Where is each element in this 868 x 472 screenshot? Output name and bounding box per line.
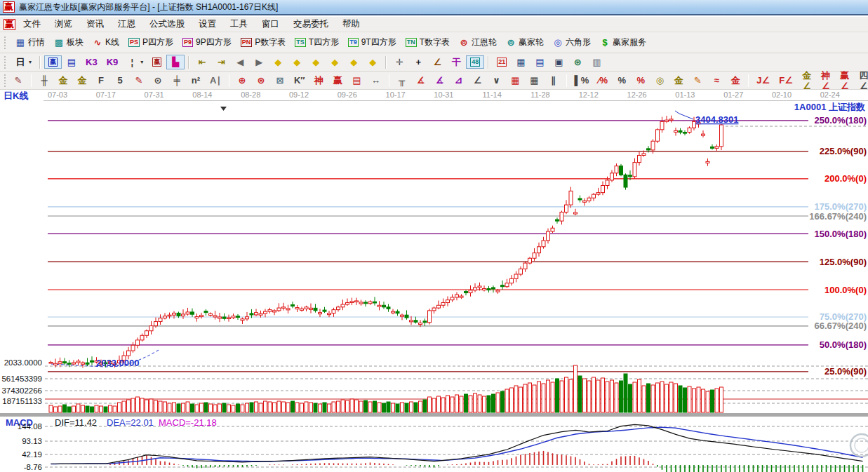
line-percent-button[interactable]: % xyxy=(632,73,650,88)
last-page-button[interactable]: ⇥ xyxy=(212,55,230,69)
hexagon-button[interactable]: ◎六角形 xyxy=(549,34,595,50)
gann-shift-left-button[interactable]: ◆ xyxy=(269,55,287,69)
next-page-button[interactable]: ▶ xyxy=(250,55,268,69)
parallel-icon: ∥ xyxy=(549,75,559,86)
gold-grid-b-button[interactable]: 金 xyxy=(73,73,91,88)
9p-square-button[interactable]: P99P四方形 xyxy=(178,34,236,50)
gann-wheel-button[interactable]: ⊚江恩轮 xyxy=(455,34,501,50)
candle-style-button[interactable]: ¦▾ xyxy=(123,55,147,69)
percent-chart-button[interactable]: ▌% xyxy=(570,73,594,88)
purple-fan-box-button[interactable]: ⊿ xyxy=(450,73,468,88)
pen-ruler-button[interactable]: ✎ xyxy=(130,73,148,88)
pane-splitter[interactable] xyxy=(0,413,868,417)
chart-canvas[interactable]: MACDDIF=11.42DEA=22.01MACD=-21.18144.089… xyxy=(0,90,868,472)
gann-center-button[interactable]: ◆ xyxy=(345,55,363,69)
shen-grid-button[interactable]: 神 xyxy=(310,73,328,88)
gann-compress-button[interactable]: ◆ xyxy=(326,55,344,69)
kline-chart[interactable]: MACDDIF=11.42DEA=22.01MACD=-21.18144.089… xyxy=(0,90,868,472)
red-web-button[interactable]: ⊛ xyxy=(252,73,270,88)
f10-info-button[interactable]: ▤ xyxy=(62,55,81,69)
menu-item-browse[interactable]: 浏览 xyxy=(48,17,79,32)
gold-lines-button[interactable]: 金 xyxy=(669,73,688,88)
v-wave-button[interactable]: ∨ xyxy=(488,73,506,88)
k-count-button[interactable]: K″ xyxy=(290,73,309,88)
period-selector[interactable]: 日▾ xyxy=(11,55,36,69)
winner-wheel-button[interactable]: ⊚赢家轮 xyxy=(502,34,548,50)
menu-item-window[interactable]: 窗口 xyxy=(255,17,286,32)
macd-axis-label: 93.13 xyxy=(22,437,42,445)
drag-hand-button[interactable]: ✛ xyxy=(390,55,408,69)
winner-overview-button[interactable]: 赢 xyxy=(44,55,62,69)
menu-item-news[interactable]: 资讯 xyxy=(80,17,110,32)
five-grid-button[interactable]: 5 xyxy=(111,73,129,88)
first-page-button[interactable]: ⇤ xyxy=(193,55,211,69)
menu-item-file[interactable]: 文件 xyxy=(17,17,47,32)
kline-3-button[interactable]: K3 xyxy=(81,55,102,69)
save-button[interactable]: ▣ xyxy=(549,55,568,69)
t-digit-table-button[interactable]: TNT数字表 xyxy=(401,34,454,50)
gann-widen-button[interactable]: ◆ xyxy=(307,55,325,69)
a-channel-button[interactable]: A∣ xyxy=(206,73,225,88)
gold-channel-button[interactable]: 金 xyxy=(726,73,745,88)
gann-form-button[interactable]: 干 xyxy=(447,55,465,69)
menu-item-gann[interactable]: 江恩 xyxy=(112,17,142,32)
gann-level-label: 100.0%(0) xyxy=(824,285,867,295)
volume-profile-button[interactable]: ▙ xyxy=(166,55,185,69)
main-toolbar: ▦行情▩板块∿K线PSP四方形P99P四方形PNP数字表TST四方形T99T四方… xyxy=(0,32,868,53)
kline-button[interactable]: ∿K线 xyxy=(88,34,123,50)
t-square-button[interactable]: TST四方形 xyxy=(291,34,343,50)
gold-grid-a-button[interactable]: 金 xyxy=(54,73,72,88)
parallel-lines-button[interactable]: ∥ xyxy=(545,73,563,88)
gold-circle-button[interactable]: ◎ xyxy=(650,73,669,88)
span-measure-button[interactable]: ↔ xyxy=(367,73,385,88)
cycle-48-button[interactable]: 48 xyxy=(466,55,484,69)
kline-9-button[interactable]: K9 xyxy=(102,55,123,69)
menu-item-formula-picker[interactable]: 公式选股 xyxy=(143,17,191,32)
n2-grid-button[interactable]: n² xyxy=(187,73,205,88)
9t-square-button[interactable]: T99T四方形 xyxy=(344,34,401,50)
calculator-button[interactable]: ▦ xyxy=(512,55,530,69)
red-grid-box-button[interactable]: ▦ xyxy=(507,73,525,88)
ying-grid-button[interactable]: 赢 xyxy=(329,73,347,88)
calendar-button[interactable]: 21 xyxy=(493,55,511,69)
slash-percent-button[interactable]: ∕% xyxy=(594,73,612,88)
angle-lines-button[interactable]: ∠ xyxy=(469,73,487,88)
percent-button[interactable]: % xyxy=(613,73,631,88)
sectors-button[interactable]: ▩板块 xyxy=(50,34,88,50)
clock-cycle-button[interactable]: ⊙ xyxy=(149,73,167,88)
wave-channel-button[interactable]: ≈ xyxy=(707,73,726,88)
angle-f-button[interactable]: F∠ xyxy=(775,73,797,88)
menu-item-settings[interactable]: 设置 xyxy=(192,17,222,32)
p-digit-table-button[interactable]: PNP数字表 xyxy=(236,34,291,50)
draw-pen-button[interactable]: ✎ xyxy=(9,73,27,88)
winner-red-button[interactable]: 赢 xyxy=(148,55,166,69)
angle-measure-button[interactable]: ∠ xyxy=(428,55,446,69)
web-sync-button[interactable]: ⊛ xyxy=(568,55,587,69)
menu-item-trading[interactable]: 交易委托 xyxy=(287,17,335,32)
quotes-button[interactable]: ▦行情 xyxy=(11,34,49,50)
purple-fan-button[interactable]: ∡ xyxy=(431,73,449,88)
print-button[interactable]: ▥ xyxy=(587,55,606,69)
order-note-button[interactable]: ▤ xyxy=(530,55,549,69)
circle-cross-button[interactable]: ⊕ xyxy=(233,73,251,88)
angle-j-button[interactable]: J∠ xyxy=(752,73,774,88)
gann-full-button[interactable]: ◆ xyxy=(363,55,382,69)
time-grid-button[interactable]: ╫ xyxy=(35,73,53,88)
tick-grid-button[interactable]: ╪ xyxy=(168,73,186,88)
title-bar[interactable]: 赢 赢家江恩专业版[赢家内部服务平台] - [上证指数 SH1A0001-167… xyxy=(0,0,868,15)
p-square-button[interactable]: PSP四方形 xyxy=(124,34,178,50)
winner-service-button[interactable]: $赢家服务 xyxy=(596,34,650,50)
price-grid-button[interactable]: ▤ xyxy=(348,73,366,88)
gann-shift-right-button[interactable]: ◆ xyxy=(288,55,306,69)
f-grid-button[interactable]: F xyxy=(92,73,110,88)
brush-note-button[interactable]: ✎ xyxy=(688,73,707,88)
prev-page-button[interactable]: ◀ xyxy=(231,55,249,69)
axis-grid-box-button[interactable]: ▦ xyxy=(526,73,544,88)
box-gann-button[interactable]: ╥ xyxy=(393,73,411,88)
crosshair-button[interactable]: + xyxy=(409,55,427,69)
red-fan-button[interactable]: ∡ xyxy=(412,73,430,88)
boxed-web-button[interactable]: ⊠ xyxy=(271,73,289,88)
a-channel-icon: A∣ xyxy=(210,75,221,86)
menu-item-tools[interactable]: 工具 xyxy=(224,17,254,32)
menu-item-help[interactable]: 帮助 xyxy=(336,17,366,32)
